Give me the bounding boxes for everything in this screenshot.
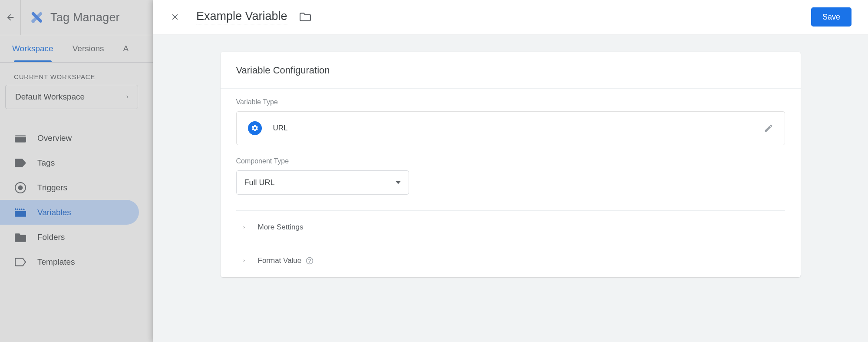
variable-editor-panel: Example Variable Save Variable Configura…: [153, 0, 868, 342]
variable-type-value: URL: [273, 124, 288, 133]
pencil-icon: [764, 123, 773, 133]
close-button[interactable]: [166, 8, 184, 26]
more-settings-label: More Settings: [258, 223, 304, 232]
variable-name-input[interactable]: Example Variable: [196, 10, 287, 24]
panel-body: Variable Configuration Variable Type URL: [153, 34, 868, 342]
folder-outline-icon: [300, 12, 311, 22]
chevron-down-icon: [396, 181, 401, 184]
variable-type-label: Variable Type: [236, 98, 785, 106]
save-button[interactable]: Save: [811, 7, 851, 27]
more-settings-toggle[interactable]: More Settings: [236, 211, 785, 244]
gear-icon: [251, 124, 259, 132]
panel-header: Example Variable Save: [153, 0, 868, 34]
help-button[interactable]: [306, 257, 314, 265]
component-type-label: Component Type: [236, 157, 785, 165]
card-title: Variable Configuration: [221, 52, 801, 89]
help-icon: [306, 257, 314, 265]
folder-button[interactable]: [300, 12, 311, 22]
component-type-value: Full URL: [244, 178, 275, 187]
component-type-select[interactable]: Full URL: [236, 170, 409, 195]
format-value-toggle[interactable]: Format Value: [236, 244, 785, 277]
variable-config-card: Variable Configuration Variable Type URL: [221, 52, 801, 277]
variable-type-selector[interactable]: URL: [236, 111, 785, 145]
edit-type-button[interactable]: [764, 123, 773, 133]
gear-circle-icon: [248, 121, 262, 135]
format-value-label: Format Value: [258, 256, 302, 265]
chevron-right-icon: [239, 224, 249, 231]
chevron-right-icon: [239, 257, 249, 264]
close-icon: [170, 12, 180, 22]
